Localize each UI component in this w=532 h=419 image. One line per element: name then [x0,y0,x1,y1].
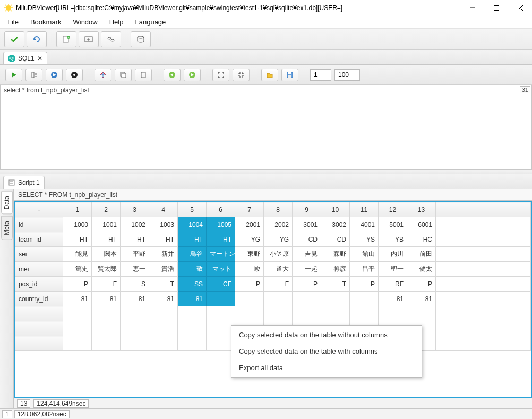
run-script-button[interactable] [46,69,63,81]
grid-cell[interactable]: P [63,277,92,292]
page-size-input[interactable] [334,69,360,81]
grid-cell[interactable]: CF [207,277,235,292]
grid-cell[interactable]: 一起 [293,262,321,277]
grid-cell[interactable]: 東野 [235,247,264,262]
new-tab-button[interactable] [79,31,99,47]
grid-cell[interactable]: CD [293,232,321,247]
grid-cell[interactable]: YG [235,232,264,247]
run-button[interactable] [5,69,22,81]
grid-cell[interactable]: 81 [149,292,178,306]
grid-col-header[interactable]: 11 [350,202,379,217]
grid-cell[interactable]: 内川 [379,247,407,262]
grid-cell[interactable]: P [235,277,264,292]
grid-col-header[interactable]: 6 [207,202,235,217]
commit-button[interactable] [4,31,24,47]
grid-cell[interactable]: 81 [379,292,407,306]
menu-file[interactable]: File [7,18,19,26]
context-menu[interactable]: Copy selected data on the table without … [231,325,422,378]
grid-cell[interactable]: S [121,277,149,292]
close-button[interactable] [508,0,532,16]
maximize-button[interactable] [484,0,508,16]
grid-cell[interactable]: 鳥谷 [178,247,207,262]
grid-cell[interactable]: マット [207,262,235,277]
open-button[interactable] [261,69,278,81]
grid-col-header[interactable]: 13 [407,202,436,217]
grid-cell[interactable]: 3001 [293,217,321,232]
script-tab[interactable]: Script 1 [3,176,45,189]
menu-bookmark[interactable]: Bookmark [30,18,62,26]
menu-language[interactable]: Language [135,18,166,26]
grid-cell[interactable]: SS [178,277,207,292]
menu-help[interactable]: Help [109,18,124,26]
grid-cell[interactable]: HT [121,232,149,247]
close-tab-icon[interactable]: ✕ [37,55,42,62]
grid-cell[interactable]: 81 [92,292,121,306]
grid-cell[interactable]: 関本 [92,247,121,262]
grid-cell[interactable]: 81 [178,292,207,306]
grid-col-header[interactable]: 9 [293,202,321,217]
grid-cell[interactable]: P [407,277,436,292]
grid-row-header[interactable]: country_id [15,292,63,306]
grid-col-header[interactable]: 12 [379,202,407,217]
grid-cell[interactable]: 1005 [207,217,235,232]
grid-cell[interactable]: 6001 [407,217,436,232]
expand-button[interactable] [212,69,229,81]
grid-cell[interactable]: HT [63,232,92,247]
grid-col-header[interactable]: 1 [63,202,92,217]
grid-cell[interactable]: YG [264,232,293,247]
sql-editor[interactable]: select * from t_npb_player_list 31 [0,85,532,170]
grid-cell[interactable]: 吉見 [293,247,321,262]
grid-row-header[interactable]: id [15,217,63,232]
paste-sql-button[interactable] [135,69,152,81]
collapse-button[interactable] [233,69,250,81]
sql-tab[interactable]: SQL SQL1 ✕ [3,52,47,64]
grid-cell[interactable]: 4001 [350,217,379,232]
grid-cell[interactable]: 1002 [121,217,149,232]
copy-sql-button[interactable] [115,69,132,81]
grid-row-header[interactable]: sei [15,247,63,262]
grid-cell[interactable]: 3002 [321,217,350,232]
grid-row-header[interactable]: pos_id [15,277,63,292]
grid-cell[interactable]: T [321,277,350,292]
grid-cell[interactable]: RF [379,277,407,292]
grid-cell[interactable]: F [92,277,121,292]
grid-corner[interactable]: - [15,202,63,217]
grid-cell[interactable]: 貴浩 [149,262,178,277]
grid-cell[interactable]: HT [149,232,178,247]
grid-cell[interactable]: 1003 [149,217,178,232]
grid-cell[interactable]: 81 [121,292,149,306]
ctx-export-all[interactable]: Export all data [231,360,422,376]
prev-button[interactable] [164,69,181,81]
grid-col-header[interactable]: 8 [264,202,293,217]
menu-window[interactable]: Window [73,18,97,26]
grid-cell[interactable]: YB [379,232,407,247]
ctx-copy-with-columns[interactable]: Copy selected data on the table with col… [231,343,422,360]
grid-cell[interactable]: 81 [63,292,92,306]
grid-col-header[interactable]: 4 [149,202,178,217]
grid-row-header[interactable]: team_id [15,232,63,247]
grid-cell[interactable]: 将彦 [321,262,350,277]
grid-cell[interactable] [235,292,264,306]
grid-cell[interactable]: HT [92,232,121,247]
grid-cell[interactable]: 前田 [407,247,436,262]
grid-cell[interactable]: 聖一 [379,262,407,277]
grid-cell[interactable] [350,292,379,306]
grid-cell[interactable]: 1001 [92,217,121,232]
grid-cell[interactable]: HT [207,232,235,247]
grid-cell[interactable]: 1004 [178,217,207,232]
grid-cell[interactable] [207,292,235,306]
grid-cell[interactable]: 小笠原 [264,247,293,262]
align-button[interactable] [95,69,111,81]
splitter[interactable] [0,170,532,174]
grid-col-header[interactable]: 2 [92,202,121,217]
explain-button[interactable] [25,69,42,81]
grid-col-header[interactable]: 5 [178,202,207,217]
grid-cell[interactable] [293,292,321,306]
grid-col-header[interactable]: 7 [235,202,264,217]
grid-cell[interactable]: 峻 [235,262,264,277]
grid-cell[interactable]: 2001 [235,217,264,232]
grid-cell[interactable] [321,292,350,306]
grid-col-header[interactable]: 3 [121,202,149,217]
grid-cell[interactable]: P [350,277,379,292]
next-button[interactable] [184,69,201,81]
